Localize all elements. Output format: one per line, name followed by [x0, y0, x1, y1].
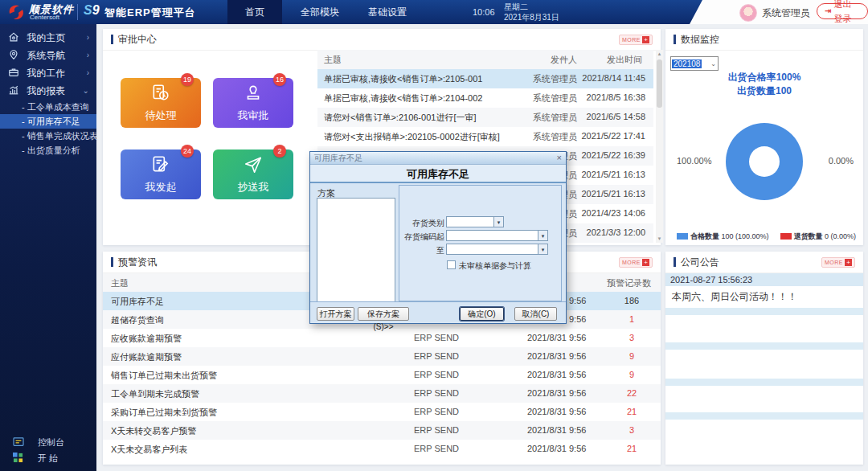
nav-tab-all-modules[interactable]: 全部模块	[286, 0, 354, 24]
save-scheme-button[interactable]: 保存方案(S)>>	[358, 307, 409, 321]
table-row[interactable]: X天未转交易客户预警ERP SEND2021/8/31 9:563	[103, 421, 661, 440]
briefcase-icon	[8, 67, 19, 78]
console-button[interactable]: 控制台	[0, 434, 96, 450]
topbar: 顺景软件 Centersoft S9 智能ERP管理平台 首页 全部模块 基础设…	[0, 0, 868, 24]
approval-panel-title: 审批中心	[118, 33, 157, 47]
sidebar-subitem-sales-completion[interactable]: - 销售单完成状况表	[0, 129, 96, 143]
username: 系统管理员	[762, 6, 810, 20]
notice-content[interactable]: 本周六、周日公司活动！！！	[665, 286, 863, 307]
stock-category-label: 存货类别	[399, 218, 444, 229]
chevron-right-icon: ›	[87, 29, 89, 47]
dropdown-button[interactable]: ▾	[538, 244, 548, 255]
plus-icon: +	[845, 259, 852, 266]
tile-cc-to-me[interactable]: 2 抄送我	[213, 149, 293, 199]
notice-timestamp: 2021-08-27 15:56:23	[665, 273, 863, 286]
chart-icon	[8, 84, 19, 96]
period-select[interactable]: 202108 ⌄	[670, 56, 719, 71]
empty-notice-row	[665, 379, 863, 386]
donut-left-label: 100.00%	[677, 156, 711, 166]
cc-count-badge: 2	[273, 145, 286, 158]
sidebar-subitem-shipment-quality[interactable]: - 出货质量分析	[0, 143, 96, 158]
sidebar-item-system-nav[interactable]: 系统导航 ›	[0, 47, 96, 64]
scheme-listbox[interactable]	[317, 198, 395, 302]
chevron-down-icon: ⌄	[710, 60, 716, 68]
main-content: 审批中心 MORE + 19 待处理 16 我审批 24 我发起 2 抄送我	[96, 24, 868, 471]
approval-scrollbar[interactable]: ▲ ▼	[656, 50, 663, 243]
avatar[interactable]	[739, 4, 757, 22]
table-row[interactable]: 应付账款逾期预警ERP SEND2021/8/31 9:569	[103, 347, 661, 366]
table-row[interactable]: 采购订单已过期未到货预警ERP SEND2021/8/31 9:5621	[103, 403, 661, 421]
donut-chart	[726, 123, 803, 200]
dialog-titlebar[interactable]: 可用库存不足	[310, 152, 566, 165]
tile-my-approvals[interactable]: 16 我审批	[213, 78, 293, 128]
start-button[interactable]: 开 始	[0, 450, 96, 466]
sidebar-item-my-work[interactable]: 我的工作 ›	[0, 64, 96, 82]
table-row[interactable]: 销售订单已过期未出货预警ERP SEND2021/8/31 9:569	[103, 366, 661, 384]
dialog-heading: 可用库存不足	[310, 165, 566, 183]
ok-button[interactable]: 确定(O)	[460, 307, 504, 321]
date: 2021年8月31日	[504, 12, 559, 23]
table-row[interactable]: X天未交易客户列表ERP SEND2021/8/31 9:5621	[103, 440, 661, 458]
open-scheme-button[interactable]: 打开方案	[317, 307, 354, 321]
legend-item-pass: 合格数量 100 (100.00%)	[677, 231, 769, 242]
topbar-user-area: 系统管理员 ⇥ 退出登录	[690, 0, 868, 24]
company-logo-icon	[6, 2, 27, 22]
tile-initiated-by-me[interactable]: 24 我发起	[121, 149, 201, 199]
plus-icon: +	[642, 259, 649, 266]
logout-icon: ⇥	[825, 4, 831, 18]
ship-qty-text: 出货数量100	[665, 84, 863, 98]
panel-accent	[674, 35, 676, 44]
stamp-icon	[243, 83, 264, 107]
table-row[interactable]: 请您对<支出报销单>:202105-0002进行[审核]系统管理员2021/5/…	[317, 127, 653, 146]
chevron-down-icon: ⌄	[83, 82, 89, 100]
stock-code-from-input[interactable]	[446, 230, 538, 241]
table-row[interactable]: 单据已审核,请接收<销售订单>:2104-002系统管理员2021/8/5 16…	[317, 88, 653, 108]
sidebar-subitem-available-stock-shortage[interactable]: - 可用库存不足	[0, 114, 96, 129]
sidebar-subitem-work-order-cost[interactable]: - 工令单成本查询	[0, 100, 96, 114]
close-icon[interactable]: ×	[557, 153, 562, 162]
approval-more-button[interactable]: MORE +	[619, 35, 653, 45]
scrollbar-thumb[interactable]	[657, 59, 662, 108]
scroll-down-icon[interactable]: ▼	[656, 235, 663, 243]
sidebar-item-my-home[interactable]: 我的主页 ›	[0, 29, 96, 47]
dialog-form-area: 存货类别 ▾ 存货编码起 ▾ 至 ▾ 未审核单据参与计算	[399, 185, 562, 301]
brand-divider	[77, 4, 78, 20]
nav-tab-basic-settings[interactable]: 基础设置	[354, 0, 421, 24]
stock-code-to-input[interactable]	[446, 244, 538, 255]
sidebar-item-my-reports[interactable]: 我的报表 ⌄	[0, 82, 96, 100]
my-approvals-count-badge: 16	[273, 73, 286, 86]
sidebar: 我的主页 › 系统导航 › 我的工作 › 我的报表 ⌄ - 工令单成本查询 - …	[0, 24, 96, 471]
nav-tab-home[interactable]: 首页	[227, 0, 282, 24]
alerts-more-button[interactable]: MORE +	[619, 257, 653, 268]
table-row[interactable]: 工令单到期未完成预警ERP SEND2021/8/31 9:5622	[103, 384, 661, 403]
scroll-up-icon[interactable]: ▲	[656, 50, 663, 58]
notice-panel-title: 公司公告	[681, 256, 719, 269]
table-row[interactable]: 单据已审核,请接收<销售订单>:2105-001系统管理员2021/8/14 1…	[317, 69, 653, 88]
stock-shortage-dialog: 可用库存不足 × 可用库存不足 方案 存货类别 ▾ 存货编码起 ▾ 至 ▾ 未审…	[309, 151, 567, 324]
panel-accent	[674, 257, 676, 267]
initiated-count-badge: 24	[181, 145, 194, 158]
company-notice-panel: 公司公告 MORE + 2021-08-27 15:56:23 本周六、周日公司…	[665, 252, 863, 465]
brand-name-en: Centersoft	[30, 14, 59, 21]
cancel-button[interactable]: 取消(C)	[514, 307, 557, 321]
empty-notice-row	[665, 308, 863, 315]
table-row[interactable]: 请您对<销售订单>:2106-001进行[一审]系统管理员2021/6/5 14…	[317, 108, 653, 127]
dropdown-button[interactable]: ▾	[493, 216, 504, 227]
panel-accent	[111, 257, 113, 267]
panel-accent	[111, 35, 113, 44]
stock-category-input[interactable]	[446, 216, 494, 227]
approval-table-header: 主题 发件人 发出时间	[317, 50, 653, 69]
logout-button[interactable]: ⇥ 退出登录	[817, 3, 868, 19]
empty-notice-row	[665, 342, 863, 350]
notice-more-button[interactable]: MORE +	[821, 257, 855, 268]
tile-pending[interactable]: 19 待处理	[121, 78, 201, 128]
unaudited-checkbox[interactable]	[447, 260, 456, 269]
chevron-right-icon: ›	[87, 47, 89, 64]
dialog-button-bar: 打开方案 保存方案(S)>> 确定(O) 取消(C)	[310, 301, 566, 325]
send-icon	[243, 154, 264, 178]
donut-right-label: 0.00%	[829, 156, 854, 166]
unaudited-checkbox-label: 未审核单据参与计算	[459, 260, 531, 272]
dropdown-button[interactable]: ▾	[538, 230, 548, 241]
clock-doc-icon	[150, 83, 171, 107]
chart-legend: 合格数量 100 (100.00%) 退货数量 0 (0.00%)	[677, 231, 856, 242]
